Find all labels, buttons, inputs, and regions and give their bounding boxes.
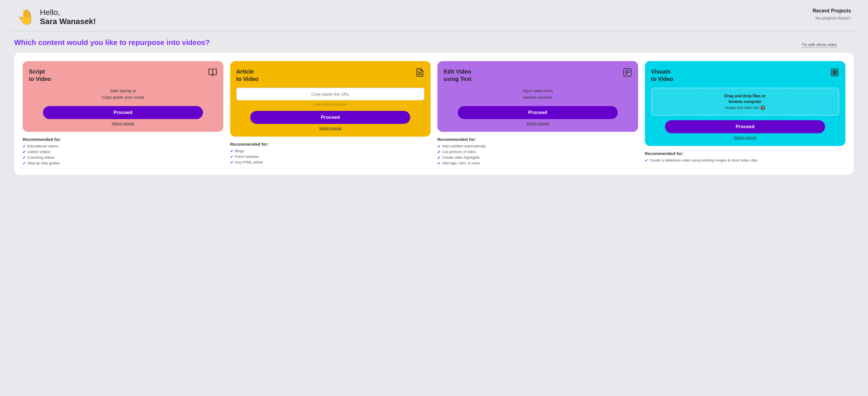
visuals-recommended-list: ✔Create a slideshow video using existing… <box>645 158 846 163</box>
upload-box-subtitle: Images and Video files ? <box>655 105 836 110</box>
edit-card: Edit Video using Text <box>437 61 638 132</box>
list-item: ✔Blogs <box>230 149 431 153</box>
visuals-watch-tutorial[interactable]: Watch tutorial <box>734 135 756 140</box>
svg-rect-5 <box>833 70 834 72</box>
check-icon: ✔ <box>645 158 648 163</box>
list-item: ✔Add logo, intro, & outro <box>437 161 638 165</box>
article-card-header: Article to Video <box>236 68 425 83</box>
script-card-column: Script to Video Start typing orCopy past… <box>23 61 223 166</box>
header-right: Recent Projects No projects found ! <box>813 8 851 20</box>
script-card-icon <box>208 68 217 79</box>
edit-card-title: Edit Video using Text <box>444 68 472 83</box>
paste-hint: Use cmd+v to paste <box>314 102 347 106</box>
check-icon: ✔ <box>23 161 26 165</box>
section-question: Which content would you like to repurpos… <box>14 38 854 47</box>
main-section: Which content would you like to repurpos… <box>0 31 868 186</box>
visuals-proceed-button[interactable]: Proceed <box>665 120 825 133</box>
check-icon: ✔ <box>437 150 440 154</box>
list-item: ✔Cut portions of video <box>437 150 638 154</box>
edit-watch-tutorial[interactable]: Watch tutorial <box>526 121 549 126</box>
check-icon: ✔ <box>437 156 440 160</box>
edit-recommended-list: ✔Add subtitles automatically ✔Cut portio… <box>437 144 638 165</box>
edit-recommended-title: Recommended for: <box>437 137 638 142</box>
article-card-body: Use cmd+v to paste Proceed Watch tutoria… <box>236 88 425 130</box>
svg-rect-8 <box>835 73 836 74</box>
check-icon: ✔ <box>437 161 440 165</box>
upload-box[interactable]: Drag and drop files orbrowse computer Im… <box>651 88 839 116</box>
article-card-title: Article to Video <box>236 68 259 83</box>
cards-wrapper: Try with demo video Script to Video <box>14 53 854 175</box>
script-recommended-title: Recommended for: <box>23 137 223 142</box>
recent-projects-label: Recent Projects <box>813 8 851 14</box>
check-icon: ✔ <box>230 149 233 153</box>
check-icon: ✔ <box>23 144 26 149</box>
script-recommended-list: ✔Educational videos ✔Listicle videos ✔Co… <box>23 144 223 165</box>
article-card: Article to Video <box>230 61 431 136</box>
wave-emoji: 🤚 <box>17 10 35 24</box>
no-projects-text: No projects found ! <box>813 16 851 20</box>
visuals-card-body: Drag and drop files orbrowse computer Im… <box>651 88 839 140</box>
edit-card-column: Edit Video using Text <box>437 61 638 166</box>
list-item: ✔Step by step guides <box>23 161 223 165</box>
script-watch-tutorial[interactable]: Watch tutorial <box>112 121 134 126</box>
list-item: ✔Add subtitles automatically <box>437 144 638 149</box>
list-item: ✔Press releases <box>230 154 431 159</box>
svg-rect-6 <box>835 70 836 72</box>
visuals-recommended: Recommended for: ✔Create a slideshow vid… <box>645 151 846 164</box>
script-card-body: Start typing orCopy paste your script Pr… <box>29 88 217 126</box>
article-proceed-button[interactable]: Proceed <box>250 111 410 124</box>
script-recommended: Recommended for: ✔Educational videos ✔Li… <box>23 137 223 166</box>
help-icon[interactable]: ? <box>761 105 765 110</box>
visuals-card: Visuals to Video <box>645 61 846 146</box>
list-item: ✔Coaching videos <box>23 155 223 160</box>
hello-text: Hello, <box>40 8 96 17</box>
article-recommended-title: Recommended for: <box>230 142 431 147</box>
article-recommended-list: ✔Blogs ✔Press releases ✔Any HTML article <box>230 149 431 164</box>
url-input[interactable] <box>236 88 425 100</box>
edit-card-body: Input video fromvarious sources Proceed … <box>444 88 632 126</box>
check-icon: ✔ <box>437 144 440 149</box>
script-description: Start typing orCopy paste your script <box>102 88 144 100</box>
script-proceed-button[interactable]: Proceed <box>43 106 203 119</box>
article-watch-tutorial[interactable]: Watch tutorial <box>319 126 342 130</box>
greeting-text: Hello, Sara Wanasek! <box>40 8 96 26</box>
edit-card-icon <box>623 68 632 79</box>
visuals-card-header: Visuals to Video <box>651 68 839 83</box>
article-recommended: Recommended for: ✔Blogs ✔Press releases … <box>230 142 431 166</box>
cards-row: Script to Video Start typing orCopy past… <box>23 61 845 166</box>
visuals-card-icon <box>830 68 839 79</box>
visuals-card-column: Visuals to Video <box>645 61 846 166</box>
header: 🤚 Hello, Sara Wanasek! Recent Projects N… <box>0 0 868 31</box>
check-icon: ✔ <box>23 156 26 160</box>
visuals-recommended-title: Recommended for: <box>645 151 846 156</box>
list-item: ✔Any HTML article <box>230 160 431 164</box>
check-icon: ✔ <box>230 155 233 159</box>
list-item: ✔Create video highlights <box>437 155 638 160</box>
edit-proceed-button[interactable]: Proceed <box>458 106 618 119</box>
script-card: Script to Video Start typing orCopy past… <box>23 61 223 132</box>
script-card-title: Script to Video <box>29 68 51 83</box>
demo-link[interactable]: Try with demo video <box>802 42 837 48</box>
script-card-header: Script to Video <box>29 68 217 83</box>
edit-description: Input video fromvarious sources <box>523 88 553 100</box>
header-left: 🤚 Hello, Sara Wanasek! <box>17 8 96 26</box>
edit-recommended: Recommended for: ✔Add subtitles automati… <box>437 137 638 166</box>
edit-card-header: Edit Video using Text <box>444 68 632 83</box>
visuals-card-title: Visuals to Video <box>651 68 674 83</box>
article-card-column: Article to Video <box>230 61 431 166</box>
list-item: ✔Create a slideshow video using existing… <box>645 158 846 163</box>
article-card-icon <box>415 68 424 79</box>
upload-box-title: Drag and drop files orbrowse computer <box>655 93 836 104</box>
svg-rect-4 <box>831 69 838 76</box>
list-item: ✔Educational videos <box>23 144 223 149</box>
svg-rect-7 <box>833 73 834 74</box>
check-icon: ✔ <box>23 150 26 154</box>
list-item: ✔Listicle videos <box>23 150 223 154</box>
username-text: Sara Wanasek! <box>40 17 96 26</box>
check-icon: ✔ <box>230 160 233 164</box>
